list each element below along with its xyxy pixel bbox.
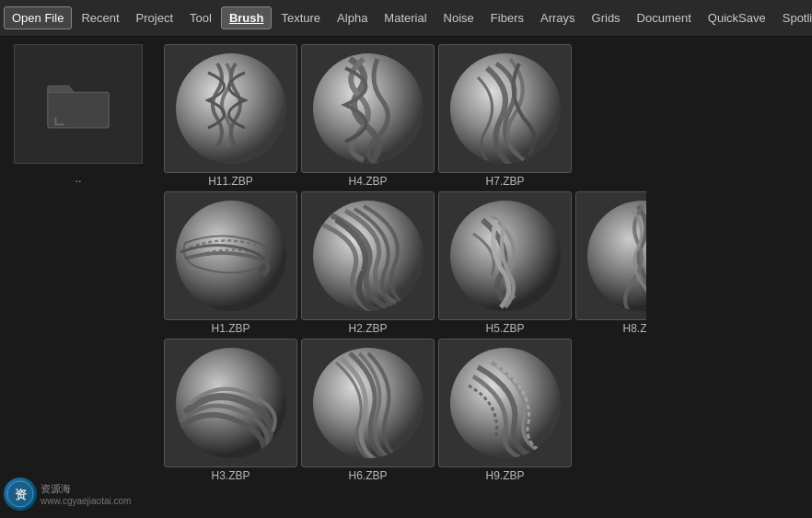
menu-project[interactable]: Project [129,7,180,29]
folder-label: .. [75,171,81,185]
brush-cell-h3[interactable]: H3.ZBP [164,339,297,482]
left-panel: .. [0,37,157,518]
brush-grid: H11.ZBP [157,37,646,518]
brush-label-h6: H6.ZBP [348,469,387,482]
watermark-icon: 资 [4,478,37,511]
menu-alpha[interactable]: Alpha [330,7,375,29]
grid-row-2: H1.ZBP [164,191,639,335]
menu-arrays[interactable]: Arrays [533,7,583,29]
menu-brush[interactable]: Brush [221,6,273,29]
menu-material[interactable]: Material [377,7,434,29]
menu-open-file[interactable]: Open File [4,6,72,29]
right-panel [646,37,812,518]
brush-label-h4: H4.ZBP [348,175,387,188]
brush-thumb-h9 [438,339,572,467]
brush-thumb-h3 [164,339,297,467]
brush-cell-h6[interactable]: H6.ZBP [301,339,435,482]
menu-tool[interactable]: Tool [182,7,219,29]
grid-row-3: H3.ZBP [164,339,639,482]
brush-cell-h4[interactable]: H4.ZBP [301,44,435,188]
svg-text:资: 资 [15,488,28,501]
menu-spotlight[interactable]: Spotlight [775,7,812,29]
brush-cell-h11[interactable]: H11.ZBP [164,44,297,188]
brush-cell-h8[interactable]: H8.ZBP [575,191,646,335]
menu-fibers[interactable]: Fibers [483,7,531,29]
watermark-line2: www.cgyaejiaotai.com [41,496,131,506]
brush-cell-h9[interactable]: H9.ZBP [438,339,572,482]
watermark-line1: 资源海 [41,482,131,496]
menu-noise[interactable]: Noise [436,7,481,29]
menu-document[interactable]: Document [630,7,699,29]
brush-cell-h2[interactable]: H2.ZBP [301,191,435,335]
brush-label-h8: H8.ZBP [622,322,646,335]
brush-thumb-h5 [438,191,572,320]
brush-label-h11: H11.ZBP [208,175,253,188]
watermark: 资 资源海 www.cgyaejiaotai.com [4,478,131,511]
watermark-text-block: 资源海 www.cgyaejiaotai.com [41,482,131,506]
brush-label-h9: H9.ZBP [485,469,524,482]
brush-thumb-h8 [575,191,646,320]
folder-icon-box[interactable] [14,44,143,164]
brush-label-h3: H3.ZBP [211,469,249,482]
menu-grids[interactable]: Grids [585,7,628,29]
brush-thumb-h7 [438,44,572,173]
menu-quicksave[interactable]: QuickSave [701,7,773,29]
brush-label-h1: H1.ZBP [211,322,249,335]
folder-icon [46,76,110,132]
brush-thumb-h2 [301,191,435,320]
brush-thumb-h11 [164,44,297,173]
brush-thumb-h6 [301,339,435,467]
brush-label-h5: H5.ZBP [485,322,524,335]
brush-cell-h1[interactable]: H1.ZBP [164,191,297,335]
menu-bar: Open File Recent Project Tool Brush Text… [0,0,812,37]
brush-label-h7: H7.ZBP [485,175,524,188]
brush-label-h2: H2.ZBP [348,322,387,335]
menu-recent[interactable]: Recent [74,7,126,29]
brush-cell-h5[interactable]: H5.ZBP [438,191,572,335]
svg-rect-0 [48,92,110,128]
content-area: .. [0,37,812,518]
brush-thumb-h1 [164,191,297,320]
menu-texture[interactable]: Texture [273,7,328,29]
brush-thumb-h4 [301,44,435,173]
brush-cell-h7[interactable]: H7.ZBP [438,44,572,188]
grid-row-1: H11.ZBP [164,44,639,188]
